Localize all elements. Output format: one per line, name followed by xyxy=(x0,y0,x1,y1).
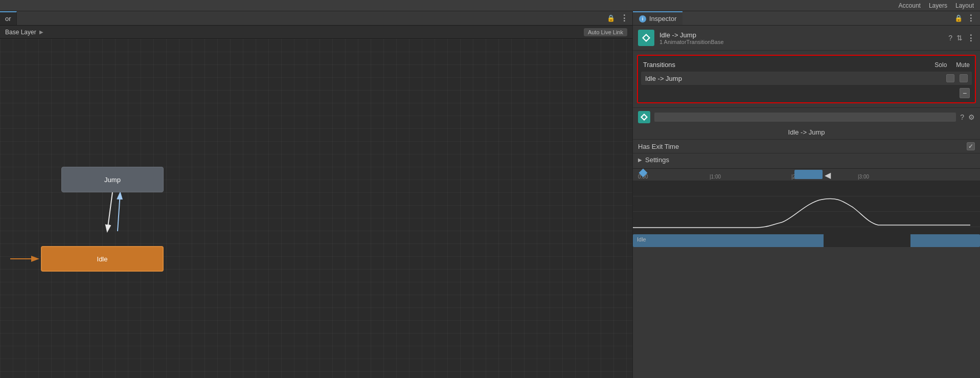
transition-detail-name: Idle -> Jump xyxy=(633,126,980,139)
timeline-wave-svg xyxy=(633,197,980,233)
more-icon[interactable]: ⋮ xyxy=(620,13,628,23)
timeline-selection[interactable] xyxy=(794,170,823,179)
detail-gear-icon[interactable]: ⚙ xyxy=(968,113,975,121)
transitions-section: Transitions Solo Mute Idle -> Jump xyxy=(637,55,976,103)
has-exit-time-label: Has Exit Time xyxy=(638,143,967,150)
connection-svg xyxy=(0,39,632,378)
lock-icon[interactable]: 🔒 xyxy=(607,14,615,22)
arrows-icon[interactable]: ⇅ xyxy=(956,34,963,42)
state-node-idle[interactable]: Idle xyxy=(41,246,164,272)
settings-row[interactable]: ▶ Settings xyxy=(633,153,980,166)
layers-label[interactable]: Layers xyxy=(929,2,947,9)
playhead[interactable] xyxy=(640,170,646,176)
breadcrumb-bar: Base Layer ▶ Auto Live Link xyxy=(0,26,632,39)
inspector-content: Idle -> Jump 1 AnimatorTransitionBase ? … xyxy=(633,26,980,378)
object-type: 1 AnimatorTransitionBase xyxy=(659,39,943,45)
has-exit-time-checkbox[interactable]: ✓ xyxy=(967,142,975,150)
timeline-marker-3: |3:00 xyxy=(858,174,869,180)
transition-row[interactable]: Idle -> Jump xyxy=(641,72,972,85)
transition-detail-bar xyxy=(654,113,956,122)
animator-tab[interactable]: or xyxy=(0,11,17,25)
inspector-more-icon[interactable]: ⋮ xyxy=(967,13,975,23)
top-bar: Account Layers Layout xyxy=(0,0,980,11)
inspector-panel: i Inspector 🔒 ⋮ I xyxy=(632,11,980,378)
timeline-marker-1: |1:00 xyxy=(710,174,721,180)
svg-line-1 xyxy=(107,192,112,231)
timeline-idle-bar-left: Idle xyxy=(633,234,824,247)
state-node-jump[interactable]: Jump xyxy=(61,167,164,192)
layout-label[interactable]: Layout xyxy=(955,2,974,9)
detail-help-icon[interactable]: ? xyxy=(960,113,964,121)
inspector-tab[interactable]: i Inspector xyxy=(633,11,682,25)
solo-checkbox[interactable] xyxy=(946,74,954,82)
animator-panel: or 🔒 ⋮ Base Layer ▶ Auto Live Link xyxy=(0,11,632,378)
remove-transition-button[interactable]: − xyxy=(960,88,970,98)
inspector-lock-icon[interactable]: 🔒 xyxy=(954,14,963,22)
mute-label: Mute xyxy=(956,61,970,69)
timeline-idle-bar-right xyxy=(910,234,980,247)
animator-canvas[interactable]: Jump Idle xyxy=(0,39,632,378)
account-label[interactable]: Account xyxy=(899,2,921,9)
help-icon[interactable]: ? xyxy=(948,34,952,42)
transition-row-name: Idle -> Jump xyxy=(645,75,682,82)
object-info-bar: Idle -> Jump 1 AnimatorTransitionBase ? … xyxy=(633,26,980,51)
transitions-footer: − xyxy=(641,87,972,99)
timeline-nav-arrow[interactable]: ◀ xyxy=(825,170,831,180)
transition-icon-large xyxy=(638,30,654,46)
transitions-header: Transitions Solo Mute xyxy=(641,59,972,72)
svg-line-2 xyxy=(118,193,120,231)
more-icon-obj[interactable]: ⋮ xyxy=(967,33,975,43)
timeline-ruler: 0:00 |1:00 |2:00 ◀ |3:00 xyxy=(633,168,980,181)
inspector-tab-label: Inspector xyxy=(649,15,676,23)
transition-detail-icon xyxy=(638,111,650,123)
mute-checkbox[interactable] xyxy=(960,74,968,82)
checkmark: ✓ xyxy=(968,143,973,150)
timeline-content[interactable]: Idle xyxy=(633,181,980,247)
transition-detail-header: ? ⚙ xyxy=(633,107,980,126)
object-info-text: Idle -> Jump 1 AnimatorTransitionBase xyxy=(659,31,943,45)
transitions-title: Transitions xyxy=(643,61,675,69)
object-title: Idle -> Jump xyxy=(659,31,943,39)
inspector-info-icon: i xyxy=(639,15,646,23)
animator-header: or 🔒 ⋮ xyxy=(0,11,632,26)
settings-triangle: ▶ xyxy=(638,157,642,163)
auto-live-link-button[interactable]: Auto Live Link xyxy=(584,28,627,36)
breadcrumb-arrow: ▶ xyxy=(39,29,43,35)
solo-label: Solo xyxy=(935,61,947,69)
breadcrumb-base-layer[interactable]: Base Layer xyxy=(5,29,36,36)
settings-label: Settings xyxy=(645,156,669,164)
inspector-header: i Inspector 🔒 ⋮ xyxy=(633,11,980,26)
has-exit-time-row: Has Exit Time ✓ xyxy=(633,139,980,153)
